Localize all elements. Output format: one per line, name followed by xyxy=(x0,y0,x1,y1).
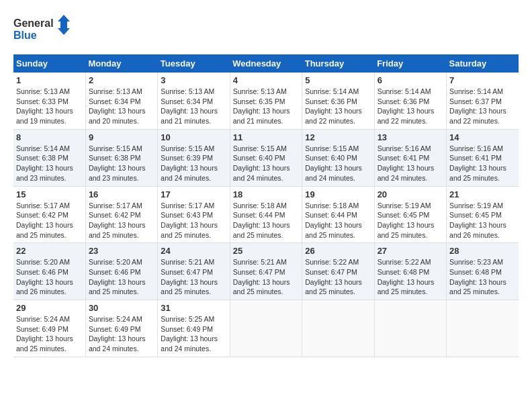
day-number: 30 xyxy=(89,303,154,313)
day-info: Sunrise: 5:21 AMSunset: 6:47 PMDaylight:… xyxy=(161,257,226,297)
week-row-4: 22Sunrise: 5:20 AMSunset: 6:46 PMDayligh… xyxy=(13,243,519,300)
day-number: 20 xyxy=(378,189,443,199)
day-info: Sunrise: 5:20 AMSunset: 6:46 PMDaylight:… xyxy=(16,257,83,297)
page-header: GeneralBlue xyxy=(13,13,519,44)
day-number: 2 xyxy=(89,75,154,85)
day-number: 8 xyxy=(16,132,83,142)
calendar-cell: 24Sunrise: 5:21 AMSunset: 6:47 PMDayligh… xyxy=(158,243,230,300)
day-header-friday: Friday xyxy=(374,54,446,73)
day-number: 4 xyxy=(233,75,299,85)
calendar-cell: 22Sunrise: 5:20 AMSunset: 6:46 PMDayligh… xyxy=(13,243,85,300)
day-number: 3 xyxy=(161,75,226,85)
day-number: 9 xyxy=(89,132,154,142)
calendar-cell: 17Sunrise: 5:17 AMSunset: 6:43 PMDayligh… xyxy=(158,186,230,243)
svg-text:Blue: Blue xyxy=(13,30,37,41)
calendar-cell: 8Sunrise: 5:14 AMSunset: 6:38 PMDaylight… xyxy=(13,129,85,186)
day-header-tuesday: Tuesday xyxy=(158,54,230,73)
day-number: 12 xyxy=(305,132,371,142)
day-number: 28 xyxy=(449,246,516,256)
day-info: Sunrise: 5:16 AMSunset: 6:41 PMDaylight:… xyxy=(378,144,443,183)
day-number: 22 xyxy=(16,246,83,256)
calendar-cell: 1Sunrise: 5:13 AMSunset: 6:33 PMDaylight… xyxy=(13,73,85,129)
day-info: Sunrise: 5:13 AMSunset: 6:35 PMDaylight:… xyxy=(233,87,299,126)
svg-marker-2 xyxy=(58,15,70,35)
calendar-cell: 9Sunrise: 5:15 AMSunset: 6:38 PMDaylight… xyxy=(85,129,157,186)
day-info: Sunrise: 5:21 AMSunset: 6:47 PMDaylight:… xyxy=(233,257,299,297)
day-number: 18 xyxy=(233,189,299,199)
day-number: 6 xyxy=(378,75,443,85)
day-number: 31 xyxy=(161,303,226,313)
day-info: Sunrise: 5:22 AMSunset: 6:47 PMDaylight:… xyxy=(305,257,371,297)
day-info: Sunrise: 5:15 AMSunset: 6:38 PMDaylight:… xyxy=(89,144,154,183)
calendar-cell xyxy=(230,300,302,357)
calendar-cell: 13Sunrise: 5:16 AMSunset: 6:41 PMDayligh… xyxy=(374,129,446,186)
day-info: Sunrise: 5:25 AMSunset: 6:49 PMDaylight:… xyxy=(161,314,226,354)
calendar-cell xyxy=(447,300,519,357)
week-row-5: 29Sunrise: 5:24 AMSunset: 6:49 PMDayligh… xyxy=(13,300,519,357)
day-info: Sunrise: 5:15 AMSunset: 6:39 PMDaylight:… xyxy=(161,144,226,183)
day-number: 1 xyxy=(16,75,83,85)
day-info: Sunrise: 5:14 AMSunset: 6:36 PMDaylight:… xyxy=(305,87,371,126)
calendar-cell: 30Sunrise: 5:24 AMSunset: 6:49 PMDayligh… xyxy=(85,300,157,357)
day-info: Sunrise: 5:24 AMSunset: 6:49 PMDaylight:… xyxy=(89,314,154,354)
day-header-monday: Monday xyxy=(85,54,157,73)
logo-svg: GeneralBlue xyxy=(13,13,74,44)
calendar-cell: 21Sunrise: 5:19 AMSunset: 6:45 PMDayligh… xyxy=(447,186,519,243)
day-info: Sunrise: 5:20 AMSunset: 6:46 PMDaylight:… xyxy=(89,257,154,297)
calendar-cell: 19Sunrise: 5:18 AMSunset: 6:44 PMDayligh… xyxy=(302,186,374,243)
calendar-cell: 12Sunrise: 5:15 AMSunset: 6:40 PMDayligh… xyxy=(302,129,374,186)
day-number: 15 xyxy=(16,189,83,199)
day-number: 21 xyxy=(449,189,516,199)
calendar-table: SundayMondayTuesdayWednesdayThursdayFrid… xyxy=(13,54,519,357)
calendar-cell: 2Sunrise: 5:13 AMSunset: 6:34 PMDaylight… xyxy=(85,73,157,129)
day-info: Sunrise: 5:24 AMSunset: 6:49 PMDaylight:… xyxy=(16,314,83,354)
calendar-cell xyxy=(374,300,446,357)
day-number: 25 xyxy=(233,246,299,256)
week-row-2: 8Sunrise: 5:14 AMSunset: 6:38 PMDaylight… xyxy=(13,129,519,186)
calendar-cell: 26Sunrise: 5:22 AMSunset: 6:47 PMDayligh… xyxy=(302,243,374,300)
day-number: 26 xyxy=(305,246,371,256)
calendar-cell: 14Sunrise: 5:16 AMSunset: 6:41 PMDayligh… xyxy=(447,129,519,186)
day-number: 29 xyxy=(16,303,83,313)
day-number: 24 xyxy=(161,246,226,256)
calendar-cell: 18Sunrise: 5:18 AMSunset: 6:44 PMDayligh… xyxy=(230,186,302,243)
day-info: Sunrise: 5:13 AMSunset: 6:33 PMDaylight:… xyxy=(16,87,83,126)
day-number: 16 xyxy=(89,189,154,199)
calendar-cell: 11Sunrise: 5:15 AMSunset: 6:40 PMDayligh… xyxy=(230,129,302,186)
calendar-cell: 7Sunrise: 5:14 AMSunset: 6:37 PMDaylight… xyxy=(447,73,519,129)
day-info: Sunrise: 5:13 AMSunset: 6:34 PMDaylight:… xyxy=(89,87,154,126)
calendar-cell: 5Sunrise: 5:14 AMSunset: 6:36 PMDaylight… xyxy=(302,73,374,129)
days-header-row: SundayMondayTuesdayWednesdayThursdayFrid… xyxy=(13,54,519,73)
day-info: Sunrise: 5:23 AMSunset: 6:48 PMDaylight:… xyxy=(449,257,516,297)
calendar-cell: 25Sunrise: 5:21 AMSunset: 6:47 PMDayligh… xyxy=(230,243,302,300)
calendar-cell: 20Sunrise: 5:19 AMSunset: 6:45 PMDayligh… xyxy=(374,186,446,243)
calendar-cell: 16Sunrise: 5:17 AMSunset: 6:42 PMDayligh… xyxy=(85,186,157,243)
day-header-thursday: Thursday xyxy=(302,54,374,73)
day-number: 27 xyxy=(378,246,443,256)
calendar-cell: 6Sunrise: 5:14 AMSunset: 6:36 PMDaylight… xyxy=(374,73,446,129)
day-number: 19 xyxy=(305,189,371,199)
logo: GeneralBlue xyxy=(13,13,74,44)
day-number: 5 xyxy=(305,75,371,85)
day-number: 23 xyxy=(89,246,154,256)
calendar-cell: 23Sunrise: 5:20 AMSunset: 6:46 PMDayligh… xyxy=(85,243,157,300)
svg-text:General: General xyxy=(13,17,54,29)
day-info: Sunrise: 5:17 AMSunset: 6:42 PMDaylight:… xyxy=(16,201,83,240)
day-info: Sunrise: 5:14 AMSunset: 6:37 PMDaylight:… xyxy=(449,87,516,126)
day-info: Sunrise: 5:17 AMSunset: 6:42 PMDaylight:… xyxy=(89,201,154,240)
week-row-3: 15Sunrise: 5:17 AMSunset: 6:42 PMDayligh… xyxy=(13,186,519,243)
calendar-cell: 15Sunrise: 5:17 AMSunset: 6:42 PMDayligh… xyxy=(13,186,85,243)
calendar-cell: 4Sunrise: 5:13 AMSunset: 6:35 PMDaylight… xyxy=(230,73,302,129)
day-info: Sunrise: 5:18 AMSunset: 6:44 PMDaylight:… xyxy=(233,201,299,240)
day-header-wednesday: Wednesday xyxy=(230,54,302,73)
calendar-cell xyxy=(302,300,374,357)
calendar-cell: 28Sunrise: 5:23 AMSunset: 6:48 PMDayligh… xyxy=(447,243,519,300)
day-header-saturday: Saturday xyxy=(447,54,519,73)
day-info: Sunrise: 5:19 AMSunset: 6:45 PMDaylight:… xyxy=(378,201,443,240)
day-number: 11 xyxy=(233,132,299,142)
day-header-sunday: Sunday xyxy=(13,54,85,73)
week-row-1: 1Sunrise: 5:13 AMSunset: 6:33 PMDaylight… xyxy=(13,73,519,129)
day-number: 7 xyxy=(449,75,516,85)
day-info: Sunrise: 5:15 AMSunset: 6:40 PMDaylight:… xyxy=(305,144,371,183)
day-number: 17 xyxy=(161,189,226,199)
